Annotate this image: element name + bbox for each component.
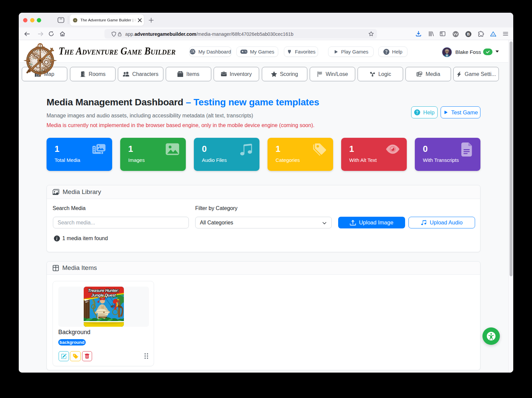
svg-text:Jungle Quest: Jungle Quest: [91, 293, 116, 298]
svg-text:Treasure Hunter:: Treasure Hunter:: [88, 288, 119, 293]
svg-text:ax: ax: [492, 34, 494, 36]
svg-text:B: B: [467, 32, 469, 36]
